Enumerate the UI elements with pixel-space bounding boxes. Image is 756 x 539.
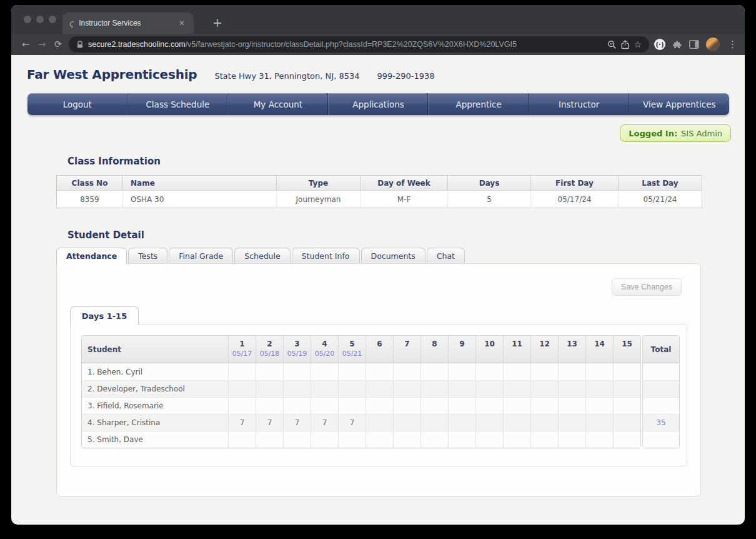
attendance-cell[interactable]	[503, 363, 530, 380]
day-date-link[interactable]: 05/20	[311, 349, 338, 359]
maximize-window-button[interactable]	[49, 16, 56, 23]
attendance-cell[interactable]	[256, 431, 283, 448]
day-date-link[interactable]: 05/19	[284, 349, 311, 359]
attendance-cell[interactable]	[366, 363, 393, 380]
attendance-cell[interactable]	[228, 398, 256, 414]
attendance-cell[interactable]	[530, 381, 558, 397]
attendance-cell[interactable]	[613, 398, 640, 414]
attendance-cell[interactable]	[503, 381, 530, 397]
attendance-cell[interactable]: 7	[338, 415, 366, 431]
browser-menu-icon[interactable]: ⋮	[727, 39, 739, 50]
attendance-cell[interactable]: 7	[311, 415, 338, 431]
attendance-cell[interactable]	[420, 363, 448, 380]
day-date-link[interactable]: 05/17	[229, 349, 256, 359]
attendance-cell[interactable]	[558, 363, 585, 380]
tab-documents[interactable]: Documents	[361, 248, 425, 263]
attendance-cell[interactable]: 7	[283, 415, 311, 431]
attendance-cell[interactable]	[393, 398, 420, 414]
tab-schedule[interactable]: Schedule	[234, 248, 290, 263]
attendance-cell[interactable]	[420, 415, 448, 431]
attendance-cell[interactable]	[366, 415, 393, 431]
profile-avatar[interactable]	[706, 38, 720, 51]
attendance-cell[interactable]	[256, 381, 283, 397]
attendance-cell[interactable]	[530, 363, 558, 380]
attendance-cell[interactable]	[448, 415, 475, 431]
attendance-cell[interactable]	[503, 398, 530, 414]
attendance-cell[interactable]	[613, 363, 640, 380]
attendance-cell[interactable]	[338, 431, 366, 448]
extension-badge-icon[interactable]: (·)	[654, 39, 665, 50]
attendance-cell[interactable]	[338, 381, 366, 397]
attendance-cell[interactable]	[283, 363, 311, 380]
attendance-cell[interactable]	[228, 381, 256, 397]
attendance-cell[interactable]	[256, 398, 283, 414]
attendance-cell[interactable]	[585, 431, 613, 448]
attendance-cell[interactable]	[558, 415, 585, 431]
attendance-cell[interactable]	[448, 431, 475, 448]
attendance-cell[interactable]	[503, 415, 530, 431]
attendance-cell[interactable]	[530, 415, 558, 431]
attendance-cell[interactable]	[585, 363, 613, 380]
attendance-cell[interactable]	[366, 381, 393, 397]
nav-item-view-apprentices[interactable]: View Apprentices	[629, 93, 729, 115]
tab-final-grade[interactable]: Final Grade	[169, 248, 233, 263]
save-changes-button[interactable]: Save Changes	[612, 278, 682, 296]
attendance-cell[interactable]	[475, 398, 503, 414]
new-tab-button[interactable]: +	[209, 14, 226, 31]
attendance-cell[interactable]	[503, 431, 530, 448]
nav-item-class-schedule[interactable]: Class Schedule	[127, 93, 228, 115]
attendance-cell[interactable]	[283, 398, 311, 414]
reload-icon[interactable]: ⟳	[50, 39, 66, 50]
nav-item-instructor[interactable]: Instructor	[529, 93, 629, 115]
bookmark-star-icon[interactable]: ☆	[634, 39, 642, 49]
tab-close-icon[interactable]: ✕	[176, 18, 187, 29]
attendance-cell[interactable]	[613, 415, 640, 431]
attendance-cell[interactable]	[558, 398, 585, 414]
attendance-cell[interactable]	[585, 381, 613, 397]
attendance-cell[interactable]	[613, 431, 640, 448]
address-bar[interactable]: secure2.tradeschoolinc.com/v5/farwestjat…	[69, 36, 649, 53]
day-date-link[interactable]: 05/21	[339, 349, 366, 359]
attendance-cell[interactable]	[475, 431, 503, 448]
attendance-cell[interactable]	[338, 398, 366, 414]
attendance-cell[interactable]	[530, 398, 558, 414]
attendance-cell[interactable]	[475, 415, 503, 431]
side-panel-icon[interactable]	[689, 40, 699, 49]
attendance-cell[interactable]	[475, 363, 503, 380]
nav-item-applications[interactable]: Applications	[328, 93, 429, 115]
attendance-cell[interactable]	[613, 381, 640, 397]
nav-item-my-account[interactable]: My Account	[227, 93, 328, 115]
attendance-cell[interactable]	[366, 398, 393, 414]
attendance-cell[interactable]	[585, 415, 613, 431]
nav-item-logout[interactable]: Logout	[27, 93, 127, 115]
close-window-button[interactable]	[24, 16, 31, 23]
attendance-cell[interactable]	[558, 381, 585, 397]
tab-chat[interactable]: Chat	[427, 248, 465, 263]
days-range-tab[interactable]: Days 1-15	[70, 306, 139, 325]
tab-attendance[interactable]: Attendance	[56, 248, 127, 264]
forward-icon[interactable]: →	[34, 39, 50, 50]
attendance-cell[interactable]	[311, 381, 338, 397]
attendance-cell[interactable]	[585, 398, 613, 414]
attendance-cell[interactable]	[558, 431, 585, 448]
attendance-cell[interactable]	[530, 431, 558, 448]
back-icon[interactable]: ←	[17, 39, 34, 50]
attendance-cell[interactable]	[420, 398, 448, 414]
attendance-cell[interactable]: 7	[228, 415, 256, 431]
attendance-cell[interactable]	[393, 415, 420, 431]
zoom-out-icon[interactable]	[607, 40, 617, 49]
attendance-cell[interactable]	[256, 363, 283, 380]
tab-student-info[interactable]: Student Info	[292, 248, 360, 263]
attendance-cell[interactable]	[228, 363, 256, 380]
attendance-cell[interactable]	[448, 381, 475, 397]
attendance-cell[interactable]	[448, 363, 475, 380]
attendance-cell[interactable]	[393, 431, 420, 448]
attendance-cell[interactable]	[420, 381, 448, 397]
attendance-cell[interactable]	[311, 363, 338, 380]
attendance-cell[interactable]	[311, 398, 338, 414]
attendance-cell[interactable]	[475, 381, 503, 397]
extensions-puzzle-icon[interactable]	[672, 39, 682, 49]
attendance-cell[interactable]: 7	[256, 415, 283, 431]
attendance-cell[interactable]	[393, 363, 420, 380]
attendance-cell[interactable]	[448, 398, 475, 414]
